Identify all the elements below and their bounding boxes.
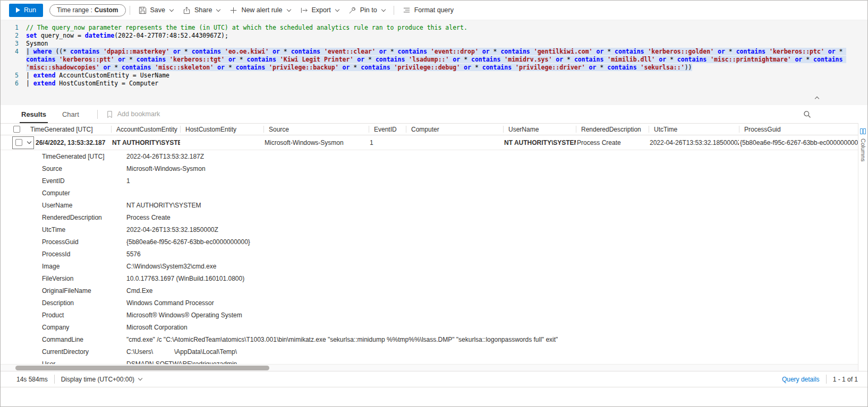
detail-key: Source <box>42 165 126 172</box>
detail-row: EventID1 <box>1 175 858 187</box>
detail-row: SourceMicrosoft-Windows-Sysmon <box>1 162 858 175</box>
columns-tab-label: Columns <box>860 138 866 161</box>
toolbar-separator <box>394 6 394 15</box>
horizontal-scrollbar[interactable] <box>1 364 858 371</box>
select-all-checkbox[interactable] <box>13 126 20 133</box>
detail-value: Cmd.Exe <box>126 287 152 295</box>
detail-key: Product <box>42 311 126 319</box>
column-header-username[interactable]: UserName <box>503 124 576 135</box>
horizontal-scrollbar-thumb[interactable] <box>15 366 269 370</box>
detail-key: FileVersion <box>42 275 126 282</box>
detail-row: ProcessGuid{5b80ea6e-f95c-6267-63bb-ec00… <box>1 236 858 248</box>
columns-icon <box>860 128 866 135</box>
column-header-hostcustomentity[interactable]: HostCustomEntity <box>180 124 263 135</box>
detail-row: ProductMicrosoft® Windows® Operating Sys… <box>1 309 858 321</box>
search-results-button[interactable] <box>803 110 811 118</box>
tab-results[interactable]: Results <box>20 105 48 123</box>
column-header-source[interactable]: Source <box>263 124 369 135</box>
detail-key: CommandLine <box>42 336 126 343</box>
chevron-down-icon <box>335 7 339 11</box>
column-header-rendereddescription[interactable]: RenderedDescription <box>576 124 649 135</box>
line-number: 5 <box>1 72 19 80</box>
format-query-icon <box>403 6 411 14</box>
query-duration: 14s 584ms <box>16 376 48 383</box>
chevron-down-icon <box>286 7 291 11</box>
toolbar-separator <box>130 6 130 15</box>
chevron-up-icon <box>815 97 819 101</box>
detail-key: TimeGenerated [UTC] <box>42 153 126 160</box>
line-number: 3 <box>1 40 19 48</box>
run-label: Run <box>24 6 36 14</box>
detail-value: NT AUTHORITY\SYSTEM <box>126 202 201 209</box>
editor-line: 4| where ((* contains 'dpapi::masterkey'… <box>1 48 867 72</box>
display-time-dropdown[interactable]: Display time (UTC+00:00) <box>61 376 142 383</box>
save-label: Save <box>150 6 166 14</box>
detail-key: CurrentDirectory <box>42 348 126 356</box>
result-range: 1 - 1 of 1 <box>833 376 858 383</box>
line-number: 1 <box>1 24 19 32</box>
chevron-down-icon <box>138 376 142 380</box>
line-content: | extend AccountCustomEntity = UserName <box>19 72 867 80</box>
detail-row: CommandLine"cmd.exe" /c "C:\AtomicRedTea… <box>1 333 858 345</box>
detail-row: RenderedDescriptionProcess Create <box>1 211 858 223</box>
detail-row: ImageC:\Windows\System32\cmd.exe <box>1 260 858 272</box>
column-header-eventid[interactable]: EventID <box>369 124 406 135</box>
row-checkbox[interactable] <box>15 139 22 146</box>
header-checkbox-cell <box>1 126 25 133</box>
row-details: TimeGenerated [UTC]2022-04-26T13:53:32.1… <box>1 150 858 364</box>
row-cell: 1 <box>369 135 406 150</box>
tab-chart[interactable]: Chart <box>61 105 81 123</box>
pin-icon <box>348 6 356 14</box>
new-alert-rule-label: New alert rule <box>241 6 282 14</box>
add-bookmark-button[interactable]: Add bookmark <box>106 110 160 118</box>
line-number: 4 <box>1 48 19 72</box>
pin-to-label: Pin to <box>360 6 377 14</box>
column-header-processguid[interactable]: ProcessGuid <box>739 124 858 135</box>
row-cell: NT AUTHORITY\SYSTEM <box>111 135 180 150</box>
status-bar: 14s 584ms Display time (UTC+00:00) Query… <box>1 371 867 387</box>
detail-value: C:\Users\ \AppData\Local\Temp\ <box>126 348 237 356</box>
collapse-editor-button[interactable] <box>811 93 822 102</box>
detail-value: 5576 <box>126 250 141 258</box>
collapse-row-icon[interactable] <box>27 140 31 144</box>
query-editor[interactable]: 1// The query_now parameter represents t… <box>1 20 867 105</box>
query-details-link[interactable]: Query details <box>782 376 820 383</box>
search-icon <box>803 110 811 118</box>
columns-side-panel-tab[interactable]: Columns <box>858 123 867 371</box>
table-row[interactable]: 26/4/2022, 13:53:32.187NT AUTHORITY\SYST… <box>1 135 858 150</box>
editor-line: 3Sysmon <box>1 40 867 48</box>
detail-row: CompanyMicrosoft Corporation <box>1 321 858 333</box>
detail-key: Company <box>42 324 126 331</box>
row-controls-cell <box>1 136 35 149</box>
format-query-button[interactable]: Format query <box>398 3 458 17</box>
column-header-accountcustomentity[interactable]: AccountCustomEntity <box>111 124 180 135</box>
row-cell: NT AUTHORITY\SYSTEM <box>503 135 576 150</box>
plus-icon <box>229 6 237 14</box>
time-range-label: Time range : <box>57 6 92 14</box>
editor-line: 1// The query_now parameter represents t… <box>1 24 867 32</box>
new-alert-rule-button[interactable]: New alert rule <box>225 3 295 17</box>
export-label: Export <box>312 6 331 14</box>
export-button[interactable]: Export <box>295 3 344 17</box>
detail-value: Microsoft Corporation <box>126 324 188 331</box>
row-cell: 26/4/2022, 13:53:32.187 <box>35 135 111 150</box>
detail-value: 2022-04-26T13:53:32.187Z <box>126 153 204 160</box>
save-button[interactable]: Save <box>134 3 178 17</box>
column-header-timegenerated-utc[interactable]: TimeGenerated [UTC] <box>25 124 111 135</box>
detail-row: CurrentDirectoryC:\Users\ \AppData\Local… <box>1 345 858 358</box>
pin-to-button[interactable]: Pin to <box>344 3 390 17</box>
detail-value: 1 <box>126 177 130 185</box>
share-button[interactable]: Share <box>178 3 225 17</box>
run-button[interactable]: Run <box>9 4 43 17</box>
add-bookmark-label: Add bookmark <box>117 110 160 118</box>
chevron-down-icon <box>216 7 220 11</box>
detail-key: ProcessGuid <box>42 238 126 246</box>
detail-row: FileVersion10.0.17763.1697 (WinBuild.160… <box>1 272 858 284</box>
line-number: 2 <box>1 32 19 40</box>
detail-row: UserNameNT AUTHORITY\SYSTEM <box>1 199 858 211</box>
time-range-picker[interactable]: Time range : Custom <box>49 4 126 16</box>
column-header-computer[interactable]: Computer <box>406 124 503 135</box>
column-header-utctime[interactable]: UtcTime <box>649 124 739 135</box>
detail-row: TimeGenerated [UTC]2022-04-26T13:53:32.1… <box>1 150 858 162</box>
tabs-separator <box>97 110 98 119</box>
